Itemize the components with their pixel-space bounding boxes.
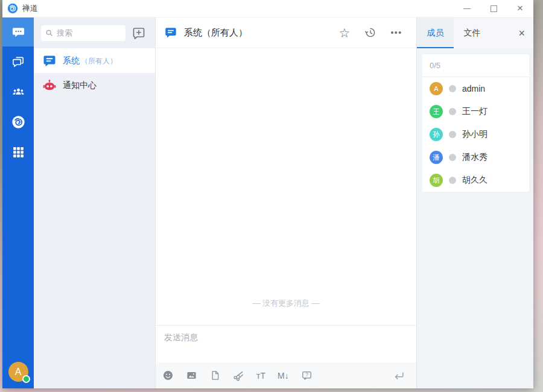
window-title: 禅道 [22, 3, 38, 14]
panel-tabbar: 成员 文件 × [417, 17, 533, 48]
right-panel: 成员 文件 × A admin 王 [417, 17, 533, 388]
chat-header-actions: ☆ ••• [338, 26, 403, 39]
avatar: A [430, 82, 443, 95]
member-name: 潘水秀 [462, 152, 487, 163]
panel-close-button[interactable]: × [518, 28, 525, 39]
tab-files[interactable]: 文件 [454, 17, 491, 48]
search-icon [45, 29, 53, 37]
close-icon: × [518, 27, 525, 39]
compose-toolbar: тT M↓ ? [156, 362, 416, 388]
avatar: 孙 [430, 128, 443, 141]
new-chat-button[interactable] [132, 26, 146, 40]
minimize-icon [463, 8, 471, 9]
enter-icon [392, 369, 405, 382]
shortcut-help-button[interactable]: ? [301, 369, 313, 382]
avatar: 王 [430, 105, 443, 118]
chat-item-label: 通知中心 [63, 80, 97, 91]
maximize-button[interactable] [480, 0, 507, 17]
app-body: A [2, 17, 533, 388]
member-name: 孙小明 [462, 129, 487, 140]
font-size-button[interactable]: тT [256, 369, 265, 382]
desktop-background: 禅道 × [0, 0, 543, 392]
file-button[interactable] [209, 369, 221, 382]
chat-list-panel: 系统（所有人） 通知中心 [34, 17, 156, 388]
system-chat-icon [42, 54, 57, 68]
sidebar-item-contacts[interactable] [2, 77, 34, 107]
image-icon [186, 370, 197, 381]
tab-members[interactable]: 成员 [417, 17, 454, 48]
nav-sidebar: A [2, 17, 34, 388]
history-icon [364, 27, 376, 39]
close-button[interactable]: × [507, 0, 533, 17]
window-controls: × [454, 0, 533, 17]
titlebar: 禅道 × [2, 0, 533, 17]
scissors-icon [233, 370, 244, 381]
group-icon [11, 85, 25, 99]
chat-dots-icon [11, 25, 25, 39]
image-button[interactable] [186, 369, 197, 382]
message-history: — 没有更多消息 — [156, 48, 416, 325]
close-icon: × [517, 2, 523, 14]
offline-status-dot [449, 177, 456, 184]
font-size-icon: тT [256, 371, 265, 381]
member-name: 胡久久 [462, 175, 487, 186]
avatar: 潘 [430, 151, 443, 164]
member-row-admin[interactable]: A admin [422, 77, 529, 100]
member-row[interactable]: 孙 孙小明 [422, 123, 529, 146]
app-window: 禅道 × [2, 0, 533, 388]
member-row[interactable]: 胡 胡久久 [422, 169, 529, 192]
add-chat-icon [132, 26, 146, 40]
message-input[interactable] [164, 332, 408, 360]
more-options-button[interactable]: ••• [390, 26, 403, 39]
no-more-messages-text: — 没有更多消息 — [252, 298, 319, 309]
sidebar-item-chats[interactable] [2, 46, 34, 77]
member-row[interactable]: 潘 潘水秀 [422, 146, 529, 169]
tab-label: 成员 [427, 28, 444, 39]
svg-text:?: ? [305, 371, 308, 378]
member-name: 王一灯 [462, 106, 487, 117]
minimize-button[interactable] [454, 0, 480, 17]
star-icon: ☆ [339, 27, 351, 39]
user-avatar[interactable]: A [8, 362, 28, 382]
member-list-card: A admin 王 王一灯 孙 孙小明 潘 [422, 54, 529, 192]
chat-title-suffix: （所有人） [81, 57, 117, 65]
search-input[interactable] [57, 28, 121, 37]
offline-status-dot [449, 131, 456, 138]
markdown-icon: M↓ [278, 371, 289, 381]
sidebar-item-zentao[interactable] [2, 107, 34, 137]
send-button[interactable] [392, 369, 405, 382]
search-box[interactable] [41, 25, 125, 41]
emoji-button[interactable] [162, 369, 174, 382]
zentao-white-logo-icon [11, 115, 25, 129]
maximize-icon [491, 5, 497, 12]
chat-header-icon [164, 26, 177, 39]
screenshot-button[interactable] [233, 369, 244, 382]
chat-search-row [34, 17, 155, 48]
chat-item-system[interactable]: 系统（所有人） [34, 48, 155, 73]
chat-header: 系统（所有人） ☆ ••• [156, 17, 416, 48]
sidebar-item-apps[interactable] [2, 137, 34, 167]
offline-status-dot [449, 85, 456, 92]
member-filter-input[interactable] [430, 61, 522, 70]
chat-item-notifications[interactable]: 通知中心 [34, 73, 155, 98]
markdown-button[interactable]: M↓ [278, 369, 289, 382]
member-row[interactable]: 王 王一灯 [422, 100, 529, 123]
offline-status-dot [449, 154, 456, 161]
chat-title: 系统 [63, 55, 80, 65]
compose-area [156, 325, 416, 362]
tab-label: 文件 [464, 28, 481, 39]
chat-title: 系统（所有人） [184, 27, 247, 39]
zentao-logo-icon [7, 3, 18, 14]
emoji-icon [162, 370, 174, 381]
online-status-dot [22, 375, 30, 383]
member-filter-row [422, 54, 529, 77]
help-bubble-icon: ? [301, 370, 313, 381]
sidebar-item-messages[interactable] [2, 17, 34, 46]
avatar: 胡 [430, 174, 443, 187]
chats-icon [11, 55, 25, 69]
offline-status-dot [449, 108, 456, 115]
favorite-button[interactable]: ☆ [338, 26, 351, 39]
history-button[interactable] [364, 26, 377, 39]
member-name: admin [462, 84, 485, 93]
robot-icon [42, 78, 57, 93]
